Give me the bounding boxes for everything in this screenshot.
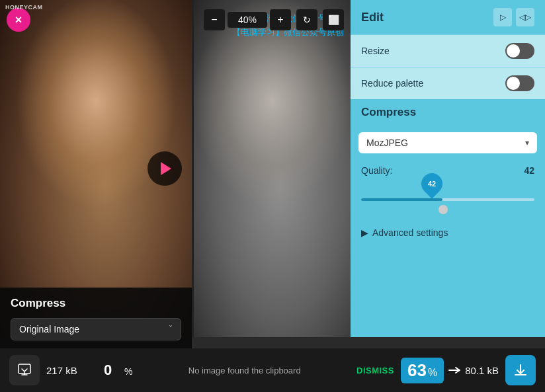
original-size: 217 kB (46, 365, 86, 376)
close-button[interactable]: × (7, 8, 30, 32)
resize-label: Resize (361, 46, 390, 56)
slider-thumb-value: 42 (428, 180, 436, 188)
right-panel: Edit ▷ ◁▷ Resize Reduce palette Compress… (351, 0, 545, 337)
comparison-divider (192, 0, 194, 337)
download-icon (513, 363, 528, 377)
bottom-bar: 217 kB 0 % No image found the clipboard … (0, 348, 545, 392)
panel-icon1: ▷ (500, 13, 506, 22)
original-percent-container: 0 % (93, 362, 132, 379)
compress-percent-sign: % (428, 367, 437, 379)
reduce-palette-toggle[interactable] (505, 75, 534, 91)
quality-section: Quality: 42 42 (351, 160, 545, 222)
compress-stats: 63 % 80.1 kB (401, 358, 499, 383)
zoom-unit: % (249, 15, 257, 25)
codec-dropdown-label: MozJPEG (366, 137, 408, 148)
import-icon (17, 363, 32, 377)
arrow-right-icon (448, 365, 461, 375)
source-dropdown-arrow: ˅ (169, 325, 173, 334)
codec-dropdown-arrow: ▾ (525, 138, 529, 147)
compress-percent: 63 (407, 360, 427, 381)
panel-icon2: ◁▷ (519, 13, 531, 22)
quality-slider-track (361, 198, 534, 201)
resize-toggle-knob (507, 44, 520, 58)
reduce-palette-section: Reduce palette (351, 67, 545, 99)
compress-header: Compress (351, 99, 545, 126)
quality-slider-container: 42 (361, 181, 534, 214)
rotate-button[interactable]: ↻ (296, 9, 317, 30)
crop-icon: ⬜ (328, 15, 339, 25)
zoom-display: 40% (228, 12, 267, 28)
photo-right-panel (194, 0, 351, 337)
zoom-in-button[interactable]: + (270, 9, 291, 30)
crop-button[interactable]: ⬜ (323, 9, 344, 30)
download-button[interactable] (505, 355, 536, 385)
edit-title: Edit (361, 11, 384, 24)
dismiss-button[interactable]: DISMISS (356, 366, 394, 375)
image-area: 【荔枝港湾】微信公众号原创 【电脑学习】微信公众号原创 (0, 0, 351, 337)
compress-panel: Compress Original Image ˅ (0, 288, 192, 348)
edit-header-icons: ▷ ◁▷ (493, 8, 534, 26)
play-icon (161, 162, 171, 175)
quality-label: Quality: (361, 165, 392, 176)
resize-section: Resize (351, 34, 545, 67)
compress-panel-title: Compress (11, 297, 181, 310)
compress-percent-box: 63 % (401, 358, 444, 383)
rotate-icon: ↻ (303, 15, 311, 25)
edit-header: Edit ▷ ◁▷ (351, 0, 545, 34)
import-button[interactable] (9, 355, 40, 385)
advanced-settings-button[interactable]: ▶ Advanced settings (351, 222, 458, 243)
reduce-palette-toggle-knob (507, 77, 520, 90)
quality-row: Quality: 42 (361, 165, 534, 176)
original-percent-sign: % (124, 366, 132, 377)
resize-toggle[interactable] (505, 43, 534, 59)
compressed-size: 80.1 kB (465, 365, 499, 376)
quality-value-display: 42 (524, 165, 534, 176)
advanced-chevron-icon: ▶ (361, 227, 368, 238)
zoom-out-button[interactable]: − (204, 9, 225, 30)
zoom-controls: − 40% + (204, 9, 291, 30)
no-image-message: No image found the clipboard (139, 366, 350, 375)
zoom-value: 40 (238, 15, 249, 25)
codec-dropdown[interactable]: MozJPEG ▾ (358, 132, 537, 153)
source-dropdown[interactable]: Original Image ˅ (11, 318, 181, 340)
original-percent: 0 (93, 362, 123, 379)
toolbar: × − 40% + ↻ ⬜ (0, 0, 351, 40)
compress-title: Compress (361, 106, 416, 118)
quality-slider-fill (361, 198, 442, 201)
reduce-palette-label: Reduce palette (361, 78, 423, 89)
source-dropdown-label: Original Image (19, 324, 79, 334)
advanced-settings-label: Advanced settings (372, 227, 448, 238)
panel-icon1-button[interactable]: ▷ (493, 8, 512, 26)
panel-icon2-button[interactable]: ◁▷ (516, 8, 534, 26)
play-button[interactable] (147, 151, 182, 186)
quality-slider-handle[interactable] (439, 205, 448, 214)
app-badge: HONEYCAM (5, 4, 43, 11)
